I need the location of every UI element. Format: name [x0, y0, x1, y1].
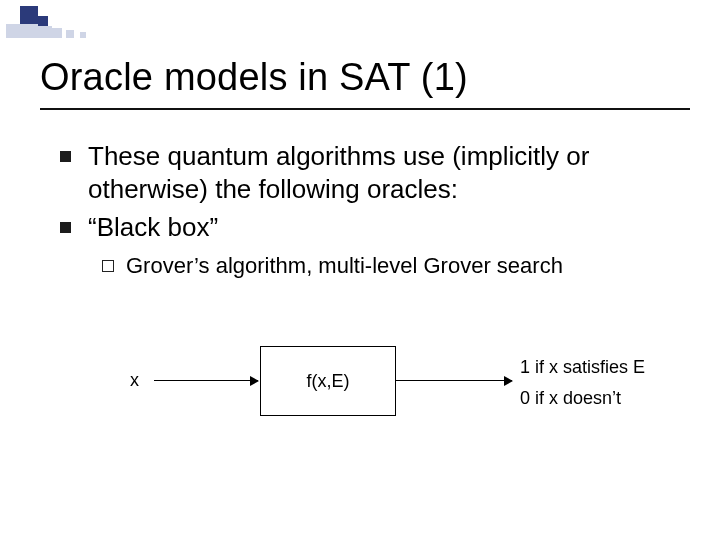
title-wrap: Oracle models in SAT (1): [40, 56, 690, 99]
sub-bullet-text: Grover’s algorithm, multi-level Grover s…: [126, 253, 563, 278]
arrow-in-icon: [154, 380, 258, 381]
arrow-out-icon: [396, 380, 512, 381]
content-area: These quantum algorithms use (implicitly…: [60, 140, 680, 286]
bullet-item: “Black box” Grover’s algorithm, multi-le…: [60, 211, 680, 280]
diagram-input-label: x: [130, 370, 139, 391]
slide-title: Oracle models in SAT (1): [40, 56, 690, 99]
sub-bullet-list: Grover’s algorithm, multi-level Grover s…: [102, 252, 680, 281]
sub-bullet-item: Grover’s algorithm, multi-level Grover s…: [102, 252, 680, 281]
slide: Oracle models in SAT (1) These quantum a…: [0, 0, 720, 540]
diagram-output-labels: 1 if x satisfies E 0 if x doesn’t: [520, 352, 645, 413]
bullet-item: These quantum algorithms use (implicitly…: [60, 140, 680, 205]
diagram-output-0: 0 if x doesn’t: [520, 383, 645, 414]
bullet-text: “Black box”: [88, 212, 218, 242]
title-underline: [40, 108, 690, 110]
oracle-diagram: x f(x,E) 1 if x satisfies E 0 if x doesn…: [110, 330, 680, 450]
bullet-list: These quantum algorithms use (implicitly…: [60, 140, 680, 280]
diagram-box: f(x,E): [260, 346, 396, 416]
diagram-output-1: 1 if x satisfies E: [520, 352, 645, 383]
corner-decoration: [6, 6, 146, 42]
diagram-box-label: f(x,E): [307, 371, 350, 392]
bullet-text: These quantum algorithms use (implicitly…: [88, 141, 589, 204]
